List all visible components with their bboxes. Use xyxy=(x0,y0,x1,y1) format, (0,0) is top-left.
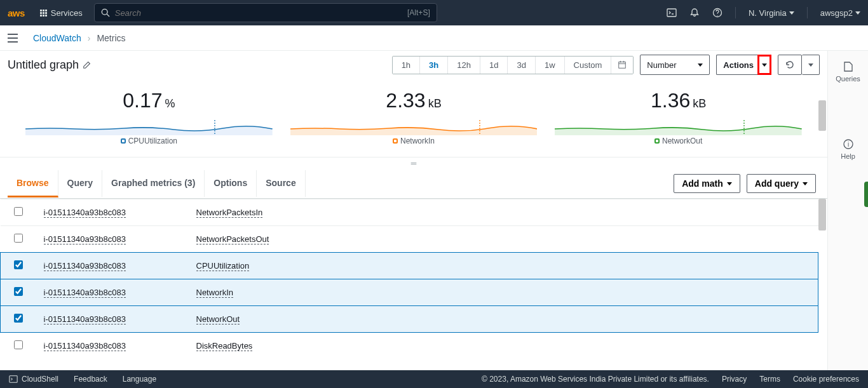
footer-feedback[interactable]: Feedback xyxy=(74,375,107,384)
sidebar-help[interactable]: i Help xyxy=(841,138,855,160)
caret-down-icon xyxy=(727,182,732,185)
tab-graphed-metrics-3-[interactable]: Graphed metrics (3) xyxy=(102,170,205,197)
resize-handle[interactable]: ═ xyxy=(0,157,827,169)
charts-container: 0.17% CPUUtilization 2.33kB NetworkIn 1.… xyxy=(0,81,827,157)
chart-card-2: 1.36kB NetworkOut xyxy=(555,89,802,145)
services-button[interactable]: Services xyxy=(36,6,86,20)
caret-down-icon xyxy=(762,64,767,67)
hamburger-menu[interactable] xyxy=(0,34,25,43)
metric-name[interactable]: NetworkOut xyxy=(196,314,240,324)
search-box[interactable]: [Alt+S] xyxy=(94,3,437,22)
instance-id[interactable]: i-01511340a93b8c083 xyxy=(44,261,126,271)
tab-query[interactable]: Query xyxy=(58,170,102,197)
time-range-12h[interactable]: 12h xyxy=(448,57,480,74)
footer-language[interactable]: Language xyxy=(123,375,156,384)
tab-source[interactable]: Source xyxy=(257,170,305,197)
top-nav: aws Services [Alt+S] N. Virginia awsgsp2 xyxy=(0,0,868,25)
table-scrollbar[interactable] xyxy=(818,199,826,231)
metric-row[interactable]: i-01511340a93b8c083 NetworkPacketsOut xyxy=(1,226,818,253)
footer-cookies[interactable]: Cookie preferences xyxy=(793,375,859,384)
calendar-button[interactable] xyxy=(611,57,633,74)
metric-name[interactable]: DiskReadBytes xyxy=(196,341,253,351)
instance-id[interactable]: i-01511340a93b8c083 xyxy=(44,341,126,351)
services-label: Services xyxy=(51,8,83,18)
metric-row[interactable]: i-01511340a93b8c083 CPUUtilization xyxy=(1,253,818,279)
tab-options[interactable]: Options xyxy=(205,170,257,197)
time-range-3d[interactable]: 3d xyxy=(508,57,535,74)
actions-dropdown-highlight[interactable] xyxy=(757,55,771,75)
actions-button[interactable]: Actions xyxy=(716,55,760,75)
tab-browse[interactable]: Browse xyxy=(8,170,58,197)
metric-name[interactable]: NetworkPacketsOut xyxy=(196,234,269,244)
divider xyxy=(735,7,736,18)
cloudshell-icon[interactable] xyxy=(667,8,677,18)
footer: CloudShell Feedback Language © 2023, Ama… xyxy=(0,370,868,388)
breadcrumb: CloudWatch › Metrics xyxy=(25,32,868,44)
footer-copyright: © 2023, Amazon Web Services India Privat… xyxy=(482,375,709,384)
search-shortcut: [Alt+S] xyxy=(407,8,430,17)
user-menu[interactable]: awsgsp2 xyxy=(820,8,860,18)
svg-text:i: i xyxy=(847,141,848,148)
metric-checkbox[interactable] xyxy=(14,314,23,323)
metrics-table-wrap: i-01511340a93b8c083 NetworkPacketsIn i-0… xyxy=(0,199,827,370)
instance-id[interactable]: i-01511340a93b8c083 xyxy=(44,208,126,218)
refresh-button[interactable] xyxy=(778,55,802,75)
add-query-button[interactable]: Add query xyxy=(747,174,816,193)
help-icon[interactable] xyxy=(712,8,722,18)
caret-down-icon xyxy=(789,11,794,15)
metric-row[interactable]: i-01511340a93b8c083 NetworkIn xyxy=(1,279,818,306)
edit-title-button[interactable] xyxy=(83,60,92,69)
notifications-icon[interactable] xyxy=(689,8,700,18)
chart-scrollbar[interactable] xyxy=(818,100,826,131)
metric-name[interactable]: CPUUtilization xyxy=(196,261,250,271)
time-range-1d[interactable]: 1d xyxy=(480,57,508,74)
search-icon xyxy=(101,8,110,17)
region-selector[interactable]: N. Virginia xyxy=(749,8,794,18)
metric-checkbox[interactable] xyxy=(14,234,23,243)
caret-down-icon xyxy=(855,11,860,15)
search-input[interactable] xyxy=(115,8,402,18)
metric-checkbox[interactable] xyxy=(14,207,23,216)
svg-rect-7 xyxy=(619,62,626,69)
metric-name[interactable]: NetworkIn xyxy=(196,288,234,298)
time-range-custom[interactable]: Custom xyxy=(565,57,612,74)
refresh-interval-dropdown[interactable] xyxy=(802,55,820,75)
metric-checkbox[interactable] xyxy=(14,260,23,269)
breadcrumb-current: Metrics xyxy=(97,33,125,43)
breadcrumb-root[interactable]: CloudWatch xyxy=(33,33,81,43)
divider xyxy=(807,7,808,18)
time-range-1h[interactable]: 1h xyxy=(393,57,420,74)
main-content: Untitled graph 1h3h12h1d3d1wCustom Numbe… xyxy=(0,51,827,370)
instance-id[interactable]: i-01511340a93b8c083 xyxy=(44,234,126,244)
footer-privacy[interactable]: Privacy xyxy=(722,375,747,384)
metric-row[interactable]: i-01511340a93b8c083 NetworkOut xyxy=(1,306,818,333)
instance-id[interactable]: i-01511340a93b8c083 xyxy=(44,314,126,324)
svg-rect-16 xyxy=(10,376,17,383)
graph-header: Untitled graph 1h3h12h1d3d1wCustom Numbe… xyxy=(0,51,827,81)
footer-terms[interactable]: Terms xyxy=(759,375,780,384)
time-range-3h[interactable]: 3h xyxy=(420,57,448,74)
metric-checkbox[interactable] xyxy=(14,340,23,349)
feedback-tab[interactable] xyxy=(864,182,868,207)
footer-cloudshell[interactable]: CloudShell xyxy=(9,375,58,384)
svg-line-1 xyxy=(107,14,109,17)
instance-id[interactable]: i-01511340a93b8c083 xyxy=(44,288,126,298)
right-sidebar: Queries i Help xyxy=(827,51,868,370)
svg-rect-2 xyxy=(667,9,676,17)
add-math-button[interactable]: Add math xyxy=(674,174,740,193)
metric-row[interactable]: i-01511340a93b8c083 NetworkPacketsIn xyxy=(1,199,818,226)
caret-down-icon xyxy=(803,182,808,185)
metrics-table: i-01511340a93b8c083 NetworkPacketsIn i-0… xyxy=(0,199,818,359)
chevron-right-icon: › xyxy=(88,33,91,43)
metric-name[interactable]: NetworkPacketsIn xyxy=(196,208,263,218)
visualization-dropdown[interactable]: Number xyxy=(640,55,710,75)
graph-title: Untitled graph xyxy=(8,58,92,72)
sidebar-queries[interactable]: Queries xyxy=(836,61,860,83)
services-grid-icon xyxy=(40,10,47,17)
time-range-1w[interactable]: 1w xyxy=(536,57,565,74)
metric-row[interactable]: i-01511340a93b8c083 DiskReadBytes xyxy=(1,333,818,359)
caret-down-icon xyxy=(698,64,703,67)
metric-checkbox[interactable] xyxy=(14,287,23,296)
caret-down-icon xyxy=(808,64,813,67)
chart-card-1: 2.33kB NetworkIn xyxy=(290,89,538,145)
